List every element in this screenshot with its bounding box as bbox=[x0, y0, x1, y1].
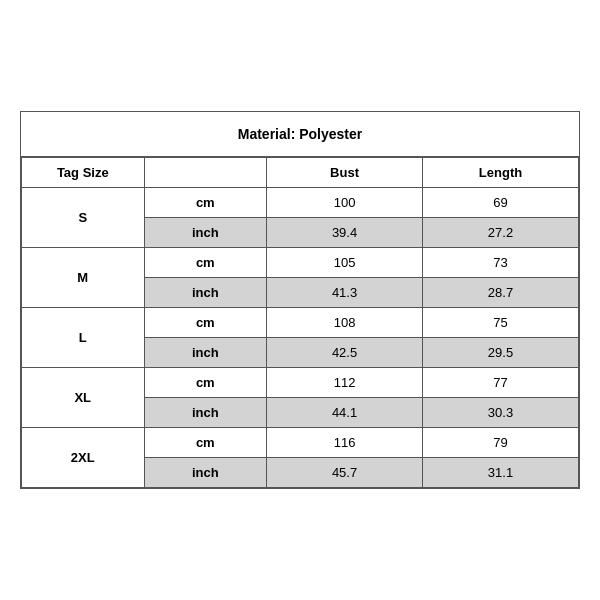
chart-title: Material: Polyester bbox=[21, 112, 579, 157]
header-tag-size: Tag Size bbox=[22, 158, 145, 188]
inch-bust-cell: 44.1 bbox=[267, 398, 423, 428]
table-row: XL cm 112 77 bbox=[22, 368, 579, 398]
cm-length-cell: 79 bbox=[423, 428, 579, 458]
tag-size-cell: M bbox=[22, 248, 145, 308]
unit-inch-cell: inch bbox=[144, 458, 267, 488]
inch-bust-cell: 42.5 bbox=[267, 338, 423, 368]
unit-inch-cell: inch bbox=[144, 218, 267, 248]
unit-inch-cell: inch bbox=[144, 338, 267, 368]
inch-length-cell: 31.1 bbox=[423, 458, 579, 488]
cm-length-cell: 73 bbox=[423, 248, 579, 278]
tag-size-cell: L bbox=[22, 308, 145, 368]
cm-length-cell: 75 bbox=[423, 308, 579, 338]
unit-inch-cell: inch bbox=[144, 398, 267, 428]
table-row: M cm 105 73 bbox=[22, 248, 579, 278]
unit-cm-cell: cm bbox=[144, 428, 267, 458]
size-chart-container: Material: Polyester Tag Size Bust Length… bbox=[20, 111, 580, 489]
cm-bust-cell: 116 bbox=[267, 428, 423, 458]
inch-length-cell: 27.2 bbox=[423, 218, 579, 248]
cm-bust-cell: 112 bbox=[267, 368, 423, 398]
cm-bust-cell: 100 bbox=[267, 188, 423, 218]
header-unit bbox=[144, 158, 267, 188]
header-bust: Bust bbox=[267, 158, 423, 188]
unit-cm-cell: cm bbox=[144, 368, 267, 398]
cm-bust-cell: 108 bbox=[267, 308, 423, 338]
table-row: L cm 108 75 bbox=[22, 308, 579, 338]
size-table: Tag Size Bust Length S cm 100 69 inch 39… bbox=[21, 157, 579, 488]
unit-inch-cell: inch bbox=[144, 278, 267, 308]
unit-cm-cell: cm bbox=[144, 248, 267, 278]
inch-bust-cell: 41.3 bbox=[267, 278, 423, 308]
inch-length-cell: 29.5 bbox=[423, 338, 579, 368]
tag-size-cell: XL bbox=[22, 368, 145, 428]
cm-bust-cell: 105 bbox=[267, 248, 423, 278]
unit-cm-cell: cm bbox=[144, 308, 267, 338]
inch-bust-cell: 45.7 bbox=[267, 458, 423, 488]
tag-size-cell: S bbox=[22, 188, 145, 248]
table-row: S cm 100 69 bbox=[22, 188, 579, 218]
inch-length-cell: 28.7 bbox=[423, 278, 579, 308]
inch-length-cell: 30.3 bbox=[423, 398, 579, 428]
inch-bust-cell: 39.4 bbox=[267, 218, 423, 248]
cm-length-cell: 77 bbox=[423, 368, 579, 398]
header-length: Length bbox=[423, 158, 579, 188]
tag-size-cell: 2XL bbox=[22, 428, 145, 488]
table-row: 2XL cm 116 79 bbox=[22, 428, 579, 458]
header-row: Tag Size Bust Length bbox=[22, 158, 579, 188]
unit-cm-cell: cm bbox=[144, 188, 267, 218]
cm-length-cell: 69 bbox=[423, 188, 579, 218]
